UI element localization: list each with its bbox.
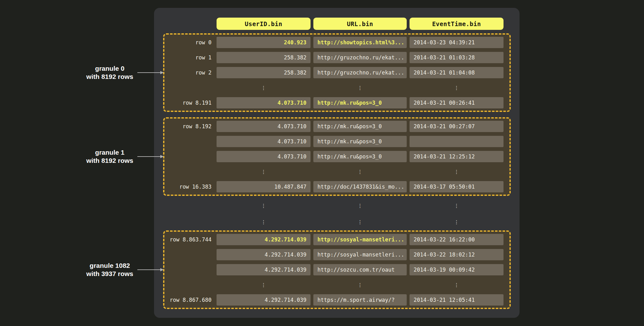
- bin-files-panel: UserID.bin URL.bin EventTime.bin row 0 2…: [154, 8, 520, 318]
- row-label: row 16.383: [164, 184, 217, 190]
- column-header-eventtime-bin: EventTime.bin: [410, 18, 504, 30]
- table-row: row 1 258.382 http://gruzochno.ru/ekat..…: [164, 50, 509, 65]
- table-row: 4.292.714.039 http://sosyal-mansetleri..…: [164, 247, 509, 262]
- granule-1-label: granule 1 with 8192 rows: [86, 148, 133, 164]
- vertical-ellipsis-icon: ⋮: [410, 216, 504, 228]
- granule-row-count: with 3937 rows: [86, 270, 133, 278]
- eventtime-cell: 2014-03-21 00:27:07: [410, 121, 504, 132]
- granule-0-box: row 0 240.923 http://showtopics.html%3..…: [163, 33, 511, 112]
- userid-cell: 4.073.710: [217, 136, 311, 147]
- ellipsis-row: ⋮ ⋮ ⋮: [164, 80, 509, 95]
- vertical-ellipsis-icon: ⋮: [313, 200, 407, 211]
- userid-cell: 10.487.847: [217, 181, 311, 192]
- eventtime-cell: 2014-03-21 00:26:41: [410, 97, 504, 108]
- url-cell: http://sosyal-mansetleri...: [313, 249, 407, 260]
- userid-cell: 258.382: [217, 67, 311, 78]
- url-cell: http://gruzochno.ru/ekat...: [313, 52, 407, 63]
- vertical-ellipsis-icon: ⋮: [313, 82, 407, 93]
- arrow-right-icon: [137, 268, 164, 272]
- userid-cell: 4.073.710: [217, 121, 311, 132]
- row-label: row 2: [164, 69, 217, 76]
- granule-1082-annotation: granule 1082 with 3937 rows: [0, 230, 164, 309]
- granule-1-annotation: granule 1 with 8192 rows: [0, 117, 164, 196]
- granule-name: granule 0: [86, 64, 133, 73]
- url-cell: http://sozcu.com.tr/oaut: [313, 264, 407, 275]
- granule-1082-label: granule 1082 with 3937 rows: [86, 262, 133, 278]
- vertical-ellipsis-icon: ⋮: [217, 82, 311, 93]
- url-cell: http://mk.ru&pos=3_0: [313, 97, 407, 108]
- ellipsis-row: ⋮ ⋮ ⋮: [164, 164, 509, 179]
- arrow-right-icon: [137, 154, 164, 159]
- ellipsis-row: ⋮ ⋮ ⋮: [164, 216, 504, 226]
- table-row: row 8.192 4.073.710 http://mk.ru&pos=3_0…: [164, 119, 509, 134]
- granule-name: granule 1: [86, 148, 133, 157]
- granule-row-count: with 8192 rows: [86, 73, 133, 81]
- table-row: row 0 240.923 http://showtopics.html%3..…: [164, 35, 509, 50]
- userid-cell: 4.292.714.039: [217, 264, 311, 275]
- page-background: { "header": { "columns": ["UserID.bin", …: [0, 0, 644, 326]
- userid-cell: 4.292.714.039: [217, 249, 311, 260]
- vertical-ellipsis-icon: ⋮: [410, 82, 504, 93]
- url-cell: http://mk.ru&pos=3_0: [313, 151, 407, 162]
- table-row: 4.292.714.039 http://sozcu.com.tr/oaut 2…: [164, 262, 509, 277]
- vertical-ellipsis-icon: ⋮: [313, 216, 407, 228]
- eventtime-cell: 2014-03-21 01:04:08: [410, 67, 504, 78]
- granule-0-label: granule 0 with 8192 rows: [86, 64, 133, 80]
- table-row: 4.073.710 http://mk.ru&pos=3_0: [164, 134, 509, 149]
- row-label: row 8.191: [164, 100, 217, 106]
- url-cell: http://gruzochno.ru/ekat...: [313, 67, 407, 78]
- column-header-url-bin: URL.bin: [313, 18, 407, 30]
- eventtime-cell: 2014-03-22 18:02:12: [410, 249, 504, 260]
- column-header-userid-bin: UserID.bin: [217, 18, 311, 30]
- table-row: row 8.191 4.073.710 http://mk.ru&pos=3_0…: [164, 95, 509, 110]
- vertical-ellipsis-icon: ⋮: [313, 279, 407, 290]
- arrow-right-icon: [137, 70, 164, 75]
- granule-name: granule 1082: [86, 262, 133, 270]
- vertical-ellipsis-icon: ⋮: [217, 200, 311, 211]
- url-cell: http://sosyal-mansetleri...: [313, 234, 407, 245]
- vertical-ellipsis-icon: ⋮: [313, 166, 407, 177]
- vertical-ellipsis-icon: ⋮: [217, 216, 311, 228]
- url-cell: https://m.sport.airway/?: [313, 294, 407, 306]
- row-label: row 0: [164, 39, 217, 46]
- eventtime-cell: 2014-03-19 00:09:42: [410, 264, 504, 275]
- table-row: row 8.867.680 4.292.714.039 https://m.sp…: [164, 292, 509, 307]
- granule-0-annotation: granule 0 with 8192 rows: [0, 33, 164, 112]
- granule-1082-box: row 8.863.744 4.292.714.039 http://sosya…: [163, 230, 511, 309]
- row-label: row 8.867.680: [164, 297, 217, 303]
- eventtime-cell: 2014-03-23 04:39:21: [410, 37, 504, 48]
- eventtime-cell: 2014-03-21 12:05:41: [410, 294, 504, 306]
- row-label: row 8.863.744: [164, 236, 217, 243]
- eventtime-cell-empty: [410, 136, 504, 147]
- userid-cell: 4.073.710: [217, 97, 311, 108]
- eventtime-cell: 2014-03-22 16:22:00: [410, 234, 504, 245]
- granule-1-box: row 8.192 4.073.710 http://mk.ru&pos=3_0…: [163, 117, 511, 196]
- userid-cell: 258.382: [217, 52, 311, 63]
- url-cell: http://doc/1437831&is_mo...: [313, 181, 407, 192]
- row-label: row 1: [164, 54, 217, 61]
- eventtime-cell: 2014-03-17 05:50:01: [410, 181, 504, 192]
- vertical-ellipsis-icon: ⋮: [217, 166, 311, 177]
- vertical-ellipsis-icon: ⋮: [410, 166, 504, 177]
- userid-cell: 240.923: [217, 37, 311, 48]
- ellipsis-row: ⋮ ⋮ ⋮: [164, 200, 504, 209]
- userid-cell: 4.073.710: [217, 151, 311, 162]
- eventtime-cell: 2014-03-21 01:03:28: [410, 52, 504, 63]
- vertical-ellipsis-icon: ⋮: [410, 279, 504, 290]
- url-cell: http://mk.ru&pos=3_0: [313, 136, 407, 147]
- vertical-ellipsis-icon: ⋮: [410, 200, 504, 211]
- table-row: row 2 258.382 http://gruzochno.ru/ekat..…: [164, 65, 509, 80]
- table-row: row 16.383 10.487.847 http://doc/1437831…: [164, 179, 509, 194]
- userid-cell: 4.292.714.039: [217, 234, 311, 245]
- granule-row-count: with 8192 rows: [86, 157, 133, 165]
- ellipsis-row: ⋮ ⋮ ⋮: [164, 277, 509, 292]
- column-headers: UserID.bin URL.bin EventTime.bin: [164, 18, 504, 30]
- table-row: row 8.863.744 4.292.714.039 http://sosya…: [164, 232, 509, 247]
- eventtime-cell: 2014-03-21 12:25:12: [410, 151, 504, 162]
- url-cell: http://showtopics.html%3...: [313, 37, 407, 48]
- vertical-ellipsis-icon: ⋮: [217, 279, 311, 290]
- userid-cell: 4.292.714.039: [217, 294, 311, 306]
- table-row: 4.073.710 http://mk.ru&pos=3_0 2014-03-2…: [164, 149, 509, 164]
- row-label: row 8.192: [164, 123, 217, 130]
- url-cell: http://mk.ru&pos=3_0: [313, 121, 407, 132]
